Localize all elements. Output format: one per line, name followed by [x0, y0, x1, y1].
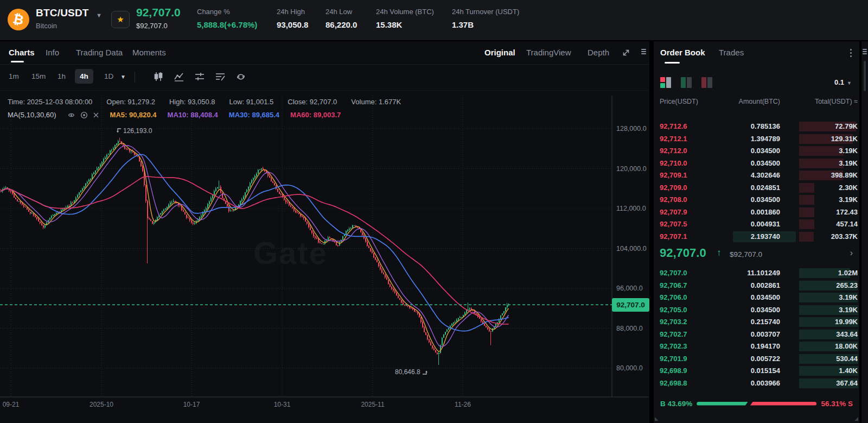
stat-value: 1.37B	[452, 20, 519, 29]
ask-row[interactable]: 92,709.14.302646398.89K	[654, 169, 859, 182]
close-indicator-icon[interactable]	[93, 112, 99, 118]
pair-title[interactable]: BTC/USDT	[36, 7, 89, 19]
star-icon: ★	[117, 15, 124, 24]
view-tab-depth[interactable]: Depth	[588, 48, 609, 57]
candlestick-style-icon[interactable]	[153, 71, 164, 82]
depth-bar	[799, 219, 814, 229]
ask-row[interactable]: 92,710.00.0345003.19K	[654, 157, 859, 170]
last-price-usd: $92,707.0	[136, 22, 168, 30]
timeframe-15m[interactable]: 15m	[31, 72, 46, 80]
ma-value: MA30: 89,685.4	[229, 111, 279, 119]
bid-row[interactable]: 92,702.30.19417018.00K	[654, 340, 859, 353]
depth-bar	[799, 232, 814, 242]
tab-charts[interactable]: Charts	[9, 48, 35, 57]
bid-row[interactable]: 92,698.80.003966367.64	[654, 377, 859, 390]
ask-row[interactable]: 92,707.12.193740203.37K	[654, 231, 859, 243]
price-cell: 92,702.7	[660, 330, 687, 338]
amount-cell: 0.003707	[751, 330, 780, 338]
x-axis-label: 10-17	[183, 401, 200, 408]
legend-volume: Volume: 1.677K	[351, 98, 401, 106]
price-cell: 92,707.1	[660, 232, 687, 241]
ma-value: MA60: 89,003.7	[290, 111, 341, 119]
bid-row[interactable]: 92,706.00.0345003.19K	[654, 292, 859, 304]
precision-value: 0.1	[834, 78, 844, 86]
legend-close: Close: 92,707.0	[288, 98, 337, 106]
scrollbar-thumb[interactable]	[864, 61, 866, 91]
candlestick-chart[interactable]: Gate 128,000.0120,000.0112,000.0104,000.…	[0, 96, 649, 421]
price-cell: 92,703.2	[660, 318, 687, 326]
amount-cell: 4.302646	[751, 171, 780, 179]
amount-cell: 0.004931	[751, 220, 780, 228]
total-cell: 203.37K	[831, 232, 858, 241]
amount-cell: 0.215740	[751, 318, 780, 326]
total-cell: 3.19K	[839, 147, 858, 155]
resize-handle-left-icon[interactable]	[655, 417, 659, 421]
timeframe-1d[interactable]: 1D	[104, 72, 113, 80]
stat-value: 5,888.8(+6.78%)	[197, 20, 257, 29]
book-view-bids-icon[interactable]	[701, 77, 714, 88]
asks-list: 92,712.60.78513672.79K92,712.11.39478912…	[654, 121, 859, 243]
collapse-grip-icon[interactable]	[863, 49, 867, 54]
order-book-menu-icon[interactable]	[850, 49, 852, 57]
ask-row[interactable]: 92,707.50.004931457.14	[654, 218, 859, 231]
book-view-both-icon[interactable]	[660, 77, 673, 88]
ask-row[interactable]: 92,712.00.0345003.19K	[654, 145, 859, 157]
tab-order-book[interactable]: Order Book	[660, 48, 705, 57]
total-cell: 3.19K	[839, 293, 858, 301]
panel-grip-icon[interactable]	[641, 49, 646, 54]
chart-tabs-row: ChartsInfoTrading DataMoments OriginalTr…	[0, 41, 649, 65]
chart-settings-icon[interactable]	[194, 71, 205, 82]
y-axis-label: 80,000.0	[616, 364, 643, 372]
ask-row[interactable]: 92,709.00.0248512.30K	[654, 182, 859, 194]
tab-info[interactable]: Info	[46, 48, 59, 57]
reset-view-icon[interactable]	[235, 71, 246, 82]
price-cell: 92,709.0	[660, 184, 687, 192]
tab-trading-data[interactable]: Trading Data	[76, 48, 123, 57]
timeframe-4h[interactable]: 4h	[75, 69, 93, 84]
order-lines-icon[interactable]	[215, 71, 226, 82]
view-tab-tradingview[interactable]: TradingView	[526, 48, 571, 57]
bid-row[interactable]: 92,702.70.003707343.64	[654, 329, 859, 341]
x-axis-label: 11-26	[455, 401, 471, 408]
more-chevron-icon[interactable]: ›	[850, 248, 853, 258]
order-book-panel: Order BookTrades 0.1▼ Price(USDT) Amount…	[654, 41, 859, 423]
price-cell: 92,701.9	[660, 355, 687, 363]
timeframe-dropdown-caret-icon[interactable]: ▼	[120, 74, 126, 80]
fullscreen-icon[interactable]	[622, 48, 630, 57]
bid-row[interactable]: 92,707.011.1012491.02M	[654, 267, 859, 280]
ma-group-label: MA(5,10,30,60)	[8, 111, 56, 119]
tab-trades[interactable]: Trades	[719, 48, 744, 57]
favorite-button[interactable]: ★	[111, 11, 130, 28]
timeframe-1m[interactable]: 1m	[9, 72, 19, 80]
view-tab-original[interactable]: Original	[484, 48, 515, 57]
amount-cell: 2.193740	[751, 232, 780, 241]
total-cell: 129.31K	[831, 135, 858, 143]
ask-row[interactable]: 92,708.00.0345003.19K	[654, 194, 859, 206]
bid-row[interactable]: 92,705.00.0345003.19K	[654, 304, 859, 317]
ohlc-legend: Time: 2025-12-03 08:00:00 Open: 91,279.2…	[8, 98, 401, 106]
resize-handle-right-icon[interactable]	[854, 417, 858, 421]
pair-dropdown-caret-icon[interactable]: ▼	[96, 12, 102, 18]
ask-row[interactable]: 92,712.60.78513672.79K	[654, 121, 859, 133]
tab-moments[interactable]: Moments	[132, 48, 166, 57]
y-axis-label: 112,000.0	[616, 205, 646, 212]
buy-sell-ratio: B 43.69% 56.31% S	[660, 399, 853, 408]
ratio-bar	[697, 402, 816, 406]
amount-cell: 0.005722	[751, 355, 780, 363]
y-axis-label: 88,000.0	[616, 325, 643, 332]
indicators-icon[interactable]	[174, 71, 184, 82]
book-view-asks-icon[interactable]	[681, 77, 694, 88]
indicator-settings-icon[interactable]	[80, 111, 88, 119]
bid-row[interactable]: 92,703.20.21574019.99K	[654, 316, 859, 329]
bid-row[interactable]: 92,706.70.002861265.23	[654, 280, 859, 292]
ask-row[interactable]: 92,707.90.001860172.43	[654, 206, 859, 219]
visibility-icon[interactable]	[67, 112, 75, 118]
bid-row[interactable]: 92,701.90.005722530.44	[654, 353, 859, 365]
y-axis-label: 96,000.0	[616, 285, 643, 292]
bid-row[interactable]: 92,698.90.0151541.40K	[654, 365, 859, 377]
price-cell: 92,706.7	[660, 281, 687, 289]
precision-select[interactable]: 0.1▼	[834, 78, 852, 86]
timeframe-1h[interactable]: 1h	[58, 72, 66, 80]
stat-24h-volume-btc-: 24h Volume (BTC)15.38K	[376, 8, 434, 29]
ask-row[interactable]: 92,712.11.394789129.31K	[654, 133, 859, 146]
